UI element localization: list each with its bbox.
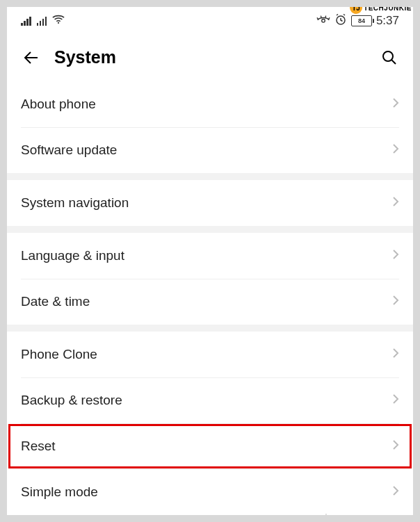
signal-bars-2-icon <box>37 16 47 26</box>
alarm-icon <box>334 13 347 28</box>
settings-item-reset[interactable]: Reset <box>7 423 413 469</box>
group-separator <box>7 226 413 233</box>
search-icon <box>381 49 398 66</box>
settings-list: About phoneSoftware updateSystem navigat… <box>7 81 413 515</box>
settings-item-label: Backup & restore <box>21 393 122 408</box>
device-frame: TJ TECHJUNKIE 84 5:37 System <box>0 0 420 522</box>
chevron-right-icon <box>392 348 399 361</box>
battery-icon: 84 <box>351 15 372 26</box>
page-title: System <box>54 47 116 67</box>
settings-item-backup-restore[interactable]: Backup & restore <box>7 377 413 423</box>
techjunkie-text: TECHJUNKIE <box>364 4 412 12</box>
techjunkie-badge: TJ <box>350 1 362 14</box>
search-button[interactable] <box>380 48 399 67</box>
signal-bars-1-icon <box>21 16 31 26</box>
header: System <box>7 35 413 81</box>
group-separator <box>7 173 413 180</box>
chevron-right-icon <box>392 439 399 453</box>
svg-point-1 <box>322 19 325 23</box>
settings-item-language-input[interactable]: Language & input <box>7 233 413 279</box>
chevron-right-icon <box>392 295 399 309</box>
back-button[interactable] <box>21 48 40 67</box>
settings-item-label: Software update <box>21 142 117 158</box>
eye-comfort-icon <box>316 15 330 27</box>
battery-level: 84 <box>358 17 365 24</box>
chevron-right-icon <box>392 97 399 111</box>
clock-time: 5:37 <box>376 14 399 28</box>
chevron-right-icon <box>392 485 399 499</box>
back-arrow-icon <box>22 49 39 66</box>
settings-item-label: Phone Clone <box>21 347 97 362</box>
group-separator <box>7 325 413 332</box>
status-left <box>21 15 65 27</box>
settings-item-system-navigation[interactable]: System navigation <box>7 180 413 226</box>
svg-point-0 <box>58 22 59 24</box>
svg-point-3 <box>383 51 393 61</box>
wifi-icon <box>52 15 65 27</box>
settings-item-software-update[interactable]: Software update <box>7 127 413 173</box>
status-right: 84 5:37 <box>316 13 399 28</box>
settings-item-simple-mode[interactable]: Simple mode <box>7 469 413 515</box>
chevron-right-icon <box>392 196 399 210</box>
watermark-top: TJ TECHJUNKIE <box>350 1 412 14</box>
chevron-right-icon <box>392 393 399 407</box>
chevron-right-icon <box>392 143 399 157</box>
settings-item-label: System navigation <box>21 195 129 211</box>
settings-item-about-phone[interactable]: About phone <box>7 81 413 127</box>
settings-item-phone-clone[interactable]: Phone Clone <box>7 332 413 377</box>
chevron-right-icon <box>392 249 399 263</box>
settings-item-label: Language & input <box>21 248 124 263</box>
watermark-bottom: www.deuaq.com <box>307 513 357 521</box>
settings-item-date-time[interactable]: Date & time <box>7 279 413 325</box>
settings-item-label: Reset <box>21 439 56 454</box>
settings-item-label: Simple mode <box>21 484 98 500</box>
settings-item-label: About phone <box>21 97 96 112</box>
settings-item-label: Date & time <box>21 294 90 309</box>
